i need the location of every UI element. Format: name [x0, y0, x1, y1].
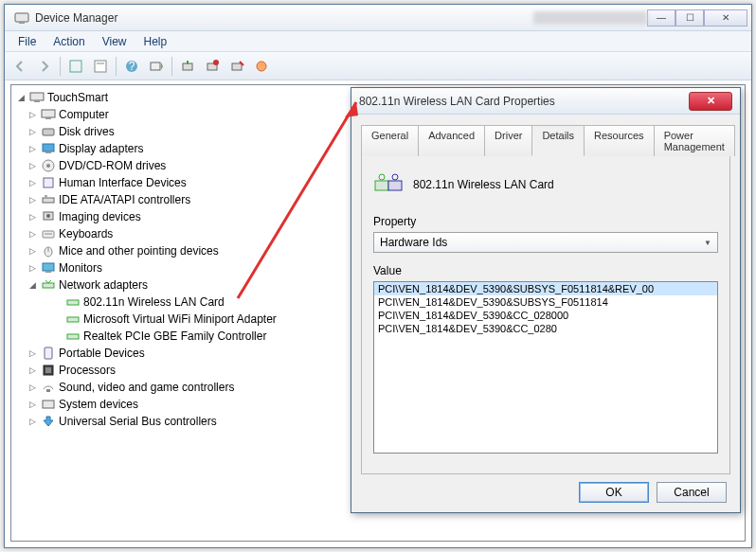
help-button[interactable]: ?: [120, 55, 143, 78]
svg-rect-7: [151, 62, 160, 70]
tab-details[interactable]: Details: [531, 125, 585, 156]
svg-rect-39: [45, 367, 51, 373]
svg-rect-11: [232, 63, 242, 70]
tab-resources[interactable]: Resources: [584, 125, 655, 156]
device-category-icon: [41, 107, 56, 122]
svg-rect-22: [44, 178, 53, 187]
disable-button[interactable]: [225, 55, 248, 78]
update-driver-button[interactable]: [176, 55, 199, 78]
value-listbox[interactable]: PCI\VEN_1814&DEV_5390&SUBSYS_F0511814&RE…: [373, 281, 718, 454]
uninstall-button[interactable]: [201, 55, 224, 78]
device-category-icon: [41, 346, 56, 361]
expand-icon[interactable]: ▷: [27, 127, 38, 136]
expand-icon[interactable]: ▷: [27, 365, 38, 375]
svg-rect-34: [67, 300, 79, 305]
expand-icon[interactable]: ▷: [27, 400, 38, 409]
window-title: Device Manager: [35, 11, 458, 25]
expand-icon[interactable]: ▷: [27, 195, 38, 205]
device-category-icon: [41, 380, 56, 395]
svg-point-10: [213, 60, 219, 65]
computer-icon: [29, 90, 45, 105]
svg-rect-3: [95, 61, 106, 72]
device-category-icon: [41, 141, 56, 156]
menu-view[interactable]: View: [95, 33, 135, 50]
tab-general[interactable]: General: [361, 125, 419, 156]
device-category-icon: [41, 192, 56, 207]
svg-rect-15: [42, 110, 55, 117]
tab-content: 802.11n Wireless LAN Card Property Hardw…: [361, 156, 730, 474]
titlebar: Device Manager — ☐ ✕: [5, 5, 751, 31]
properties-dialog: 802.11n Wireless LAN Card Properties ✕ G…: [351, 87, 741, 513]
menu-help[interactable]: Help: [136, 33, 175, 50]
expand-icon[interactable]: ▷: [27, 246, 38, 256]
expand-icon[interactable]: ▷: [27, 383, 38, 392]
cancel-button[interactable]: Cancel: [657, 482, 727, 503]
expand-icon[interactable]: ▷: [27, 212, 38, 222]
expand-icon[interactable]: ▷: [27, 348, 38, 358]
svg-rect-40: [46, 389, 50, 392]
dialog-titlebar: 802.11n Wireless LAN Card Properties ✕: [351, 88, 740, 115]
tab-driver[interactable]: Driver: [484, 125, 532, 156]
svg-rect-31: [43, 263, 54, 271]
svg-point-44: [379, 174, 385, 180]
device-category-icon: [41, 260, 56, 276]
expand-icon[interactable]: ▷: [27, 161, 38, 170]
property-label: Property: [373, 215, 718, 228]
collapse-icon[interactable]: ◢: [27, 280, 38, 290]
collapse-icon[interactable]: ◢: [15, 93, 27, 102]
svg-point-12: [257, 62, 266, 71]
enable-button[interactable]: [250, 55, 273, 78]
svg-rect-16: [45, 117, 51, 119]
minimize-button[interactable]: —: [647, 9, 675, 27]
svg-point-45: [392, 174, 398, 180]
maximize-button[interactable]: ☐: [675, 9, 704, 27]
tab-advanced[interactable]: Advanced: [418, 125, 485, 156]
tab-power-management[interactable]: Power Management: [654, 125, 735, 156]
separator: [60, 57, 61, 76]
forward-button[interactable]: [33, 55, 56, 78]
svg-rect-13: [30, 93, 44, 100]
separator: [116, 57, 117, 76]
expand-icon[interactable]: ▷: [27, 110, 38, 119]
expand-icon[interactable]: ▷: [27, 144, 38, 153]
svg-point-26: [46, 214, 50, 218]
show-hidden-button[interactable]: [64, 55, 87, 78]
svg-rect-17: [43, 129, 54, 135]
expand-icon[interactable]: ▷: [27, 263, 38, 273]
property-dropdown[interactable]: Hardware Ids ▼: [373, 232, 718, 253]
blurred-text: [533, 11, 647, 25]
svg-rect-43: [388, 181, 402, 190]
scan-button[interactable]: [145, 55, 168, 78]
back-button[interactable]: [9, 55, 31, 78]
dialog-title: 802.11n Wireless LAN Card Properties: [359, 95, 689, 108]
svg-rect-0: [15, 13, 28, 22]
svg-rect-36: [67, 334, 79, 339]
separator: [171, 57, 172, 76]
svg-text:?: ?: [129, 60, 135, 73]
properties-button[interactable]: [89, 55, 112, 78]
list-item[interactable]: PCI\VEN_1814&DEV_5390&CC_028000: [374, 309, 717, 322]
menu-file[interactable]: File: [10, 33, 44, 50]
menu-action[interactable]: Action: [45, 33, 92, 50]
expand-icon[interactable]: ▷: [27, 417, 38, 426]
dialog-close-button[interactable]: ✕: [689, 92, 732, 111]
svg-rect-35: [67, 317, 79, 322]
network-adapter-icon: [65, 294, 81, 310]
device-category-icon: [41, 363, 56, 378]
svg-rect-14: [34, 100, 40, 102]
list-item[interactable]: PCI\VEN_1814&DEV_5390&CC_0280: [374, 322, 717, 335]
device-name: 802.11n Wireless LAN Card: [413, 178, 554, 191]
expand-icon[interactable]: ▷: [27, 229, 38, 239]
svg-rect-23: [43, 198, 54, 203]
expand-icon[interactable]: ▷: [27, 178, 38, 187]
close-button[interactable]: ✕: [704, 9, 747, 27]
svg-rect-37: [45, 347, 52, 359]
device-category-icon: [41, 226, 56, 241]
device-category-icon: [41, 175, 56, 190]
chevron-down-icon: ▼: [704, 239, 711, 247]
device-category-icon: [41, 209, 56, 224]
svg-rect-32: [45, 271, 51, 273]
list-item[interactable]: PCI\VEN_1814&DEV_5390&SUBSYS_F0511814&RE…: [374, 282, 717, 295]
list-item[interactable]: PCI\VEN_1814&DEV_5390&SUBSYS_F0511814: [374, 295, 717, 309]
ok-button[interactable]: OK: [579, 482, 649, 503]
